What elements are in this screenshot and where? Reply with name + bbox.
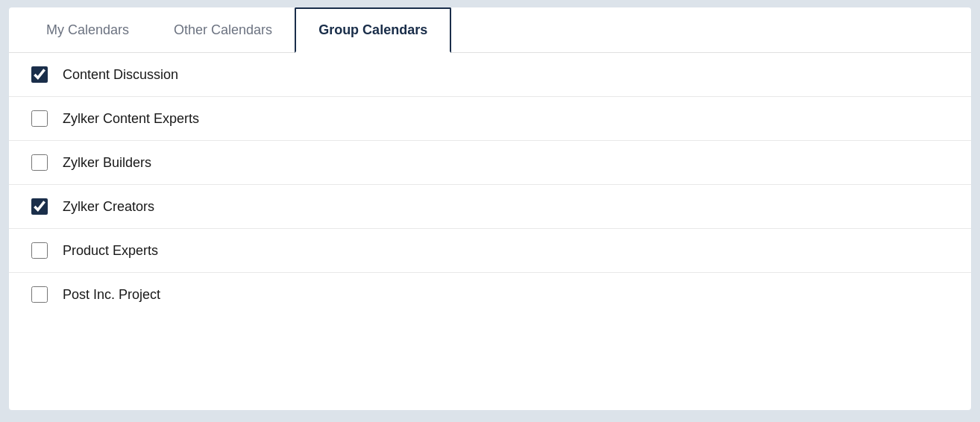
- list-item: Zylker Content Experts: [9, 97, 971, 141]
- checkbox-zylker-creators[interactable]: [31, 198, 48, 215]
- list-item: Product Experts: [9, 229, 971, 273]
- calendar-panel: My Calendars Other Calendars Group Calen…: [9, 7, 971, 410]
- tab-group-calendars[interactable]: Group Calendars: [295, 7, 451, 53]
- checkbox-zylker-content-experts[interactable]: [31, 110, 48, 127]
- list-item: Post Inc. Project: [9, 273, 971, 316]
- calendar-list: Content DiscussionZylker Content Experts…: [9, 53, 971, 316]
- calendar-label-zylker-builders: Zylker Builders: [63, 155, 151, 171]
- tab-my-calendars[interactable]: My Calendars: [24, 7, 151, 52]
- calendar-label-post-inc-project: Post Inc. Project: [63, 287, 160, 303]
- list-item: Zylker Builders: [9, 141, 971, 185]
- calendar-label-zylker-content-experts: Zylker Content Experts: [63, 111, 199, 127]
- calendar-label-zylker-creators: Zylker Creators: [63, 199, 154, 215]
- tab-other-calendars[interactable]: Other Calendars: [151, 7, 295, 52]
- checkbox-wrapper-zylker-builders: [31, 154, 48, 171]
- checkbox-wrapper-product-experts: [31, 242, 48, 259]
- checkbox-wrapper-post-inc-project: [31, 286, 48, 303]
- list-item: Zylker Creators: [9, 185, 971, 229]
- checkbox-wrapper-zylker-creators: [31, 198, 48, 215]
- checkbox-post-inc-project[interactable]: [31, 286, 48, 303]
- list-item: Content Discussion: [9, 53, 971, 97]
- checkbox-zylker-builders[interactable]: [31, 154, 48, 171]
- calendar-label-content-discussion: Content Discussion: [63, 67, 178, 83]
- calendar-label-product-experts: Product Experts: [63, 243, 158, 259]
- checkbox-content-discussion[interactable]: [31, 66, 48, 83]
- checkbox-product-experts[interactable]: [31, 242, 48, 259]
- checkbox-wrapper-zylker-content-experts: [31, 110, 48, 127]
- tabs-nav: My Calendars Other Calendars Group Calen…: [9, 7, 971, 53]
- checkbox-wrapper-content-discussion: [31, 66, 48, 83]
